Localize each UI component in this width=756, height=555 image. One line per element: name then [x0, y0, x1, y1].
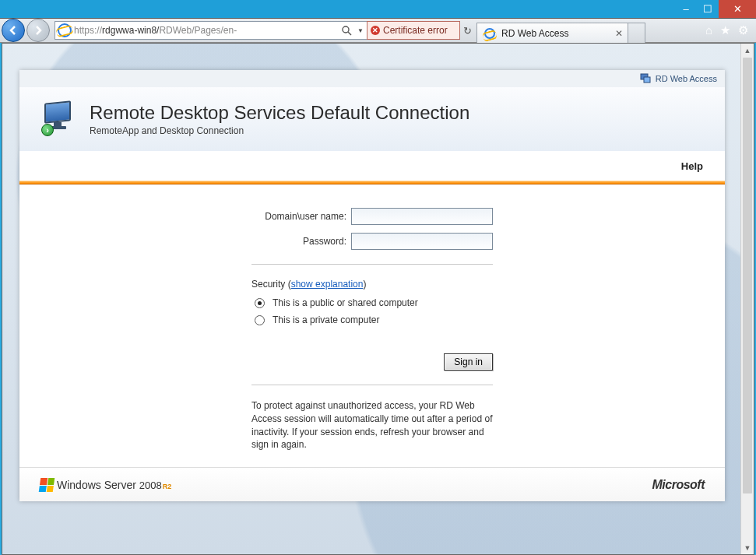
address-text: https://rdgwwa-win8/RDWeb/Pages/en- [74, 25, 339, 36]
ie-icon [58, 23, 72, 37]
address-dropdown[interactable]: ▼ [354, 27, 367, 34]
private-radio-label: This is a private computer [273, 314, 379, 325]
address-bar[interactable]: https://rdgwwa-win8/RDWeb/Pages/en- ▼ [55, 21, 367, 40]
svg-rect-3 [644, 77, 650, 83]
password-label: Password: [251, 236, 351, 247]
cert-error-icon: ✕ [371, 26, 380, 35]
scroll-up-button[interactable]: ▲ [741, 44, 754, 57]
certificate-error[interactable]: ✕ Certificate error [367, 21, 460, 40]
public-radio-label: This is a public or shared computer [273, 297, 418, 308]
svg-point-0 [343, 26, 349, 33]
close-button[interactable]: ✕ [719, 0, 756, 18]
rd-web-access-icon [640, 73, 651, 84]
window-titlebar: – ☐ ✕ [0, 0, 756, 18]
tab-title: RD Web Access [501, 28, 568, 39]
sign-in-button[interactable]: Sign in [444, 353, 493, 371]
browser-tools: ⌂ ★ ⚙ [705, 23, 754, 37]
panel-top-ribbon: RD Web Access [19, 70, 725, 87]
microsoft-logo: Microsoft [652, 478, 705, 492]
tab-active[interactable]: RD Web Access ✕ [476, 23, 628, 43]
rd-web-access-label: RD Web Access [656, 74, 717, 83]
vertical-scrollbar[interactable]: ▲ ▼ [740, 44, 754, 554]
browser-toolbar: https://rdgwwa-win8/RDWeb/Pages/en- ▼ ✕ … [0, 18, 756, 43]
maximize-button[interactable]: ☐ [697, 0, 719, 18]
page-subtitle: RemoteApp and Desktop Connection [90, 125, 469, 136]
security-line: Security (show explanation) [251, 279, 493, 290]
minimize-button[interactable]: – [675, 0, 697, 18]
nav-forward-button[interactable] [26, 19, 50, 42]
windows-server-logo: Windows Server 2008R2 [40, 478, 171, 492]
svg-line-1 [348, 32, 351, 35]
login-panel: RD Web Access › Remote Desktop Services … [19, 70, 725, 501]
tab-favicon-icon [484, 28, 495, 39]
panel-toolbar: Help [19, 151, 725, 181]
username-label: Domain\user name: [251, 211, 351, 222]
panel-header: › Remote Desktop Services Default Connec… [19, 87, 725, 151]
private-radio[interactable] [255, 315, 265, 325]
private-computer-option[interactable]: This is a private computer [251, 314, 493, 325]
remote-desktop-icon: › [41, 102, 76, 136]
timeout-notice: To protect against unauthorized access, … [251, 399, 493, 451]
search-icon[interactable] [341, 25, 352, 36]
help-link[interactable]: Help [681, 160, 703, 172]
page-background: RD Web Access › Remote Desktop Services … [2, 44, 754, 554]
refresh-button[interactable]: ↻ [463, 25, 472, 37]
divider [251, 385, 493, 385]
settings-gear-icon[interactable]: ⚙ [738, 23, 748, 37]
cert-error-label: Certificate error [383, 25, 448, 36]
window-controls: – ☐ ✕ [675, 0, 756, 18]
divider [251, 264, 493, 265]
tab-close-button[interactable]: ✕ [615, 28, 623, 39]
password-row: Password: [251, 233, 493, 250]
username-row: Domain\user name: [251, 208, 493, 225]
page-title: Remote Desktop Services Default Connecti… [90, 102, 469, 124]
public-radio[interactable] [255, 298, 265, 308]
browser-viewport: RD Web Access › Remote Desktop Services … [2, 43, 754, 555]
username-input[interactable] [351, 208, 493, 225]
login-form: Domain\user name: Password: Security (sh… [19, 184, 725, 467]
home-icon[interactable]: ⌂ [705, 23, 712, 37]
public-computer-option[interactable]: This is a public or shared computer [251, 297, 493, 308]
nav-back-button[interactable] [2, 19, 25, 42]
new-tab-button[interactable] [628, 23, 645, 43]
windows-flag-icon [39, 478, 55, 492]
show-explanation-link[interactable]: show explanation [291, 279, 364, 290]
favorites-icon[interactable]: ★ [720, 23, 730, 37]
password-input[interactable] [351, 233, 493, 250]
panel-footer: Windows Server 2008R2 Microsoft [19, 467, 725, 501]
scroll-down-button[interactable]: ▼ [741, 541, 754, 554]
tab-strip: RD Web Access ✕ [476, 18, 645, 43]
scroll-thumb[interactable] [743, 58, 752, 494]
